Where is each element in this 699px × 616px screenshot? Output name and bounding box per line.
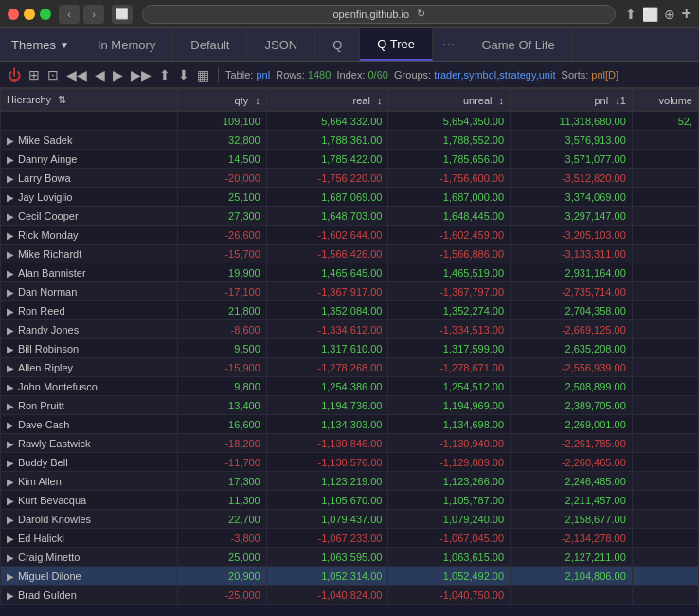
table-row[interactable]: ▶Dave Cash16,6001,134,303.001,134,698.00…: [1, 415, 699, 434]
table-row[interactable]: ▶Mike Richardt-15,700-1,566,426.00-1,566…: [1, 245, 699, 263]
step-back-button[interactable]: ◀: [93, 67, 107, 82]
table-row[interactable]: ▶Kurt Bevacqua11,3001,105,670.001,105,78…: [1, 491, 699, 510]
close-dot[interactable]: [8, 9, 19, 20]
expand-arrow[interactable]: ▶: [7, 382, 14, 392]
table-row[interactable]: ▶Allen Ripley-15,900-1,278,268.00-1,278,…: [1, 358, 699, 377]
col-header-qty[interactable]: qty ↕: [178, 89, 267, 112]
expand-arrow[interactable]: ▶: [7, 325, 14, 335]
expand-arrow[interactable]: ▶: [7, 458, 14, 468]
cell-pnl: 2,104,806.00: [511, 567, 633, 586]
col-qty-sort-icon[interactable]: ↕: [255, 95, 260, 106]
col-hierarchy-sort[interactable]: ⇅: [58, 94, 66, 105]
expand-arrow[interactable]: ▶: [7, 534, 14, 544]
col-unreal-sort-icon[interactable]: ↕: [499, 95, 505, 106]
col-header-real[interactable]: real ↕: [266, 89, 388, 112]
cell-qty: 19,900: [178, 263, 267, 282]
expand-arrow[interactable]: ▶: [7, 553, 14, 563]
expand-arrow[interactable]: ▶: [7, 154, 14, 165]
table-row[interactable]: ▶Darold Knowles22,7001,079,437.001,079,2…: [1, 510, 699, 529]
expand-arrow[interactable]: ▶: [7, 439, 14, 449]
cell-pnl: 3,571,077.00: [511, 150, 633, 169]
table-row[interactable]: ▶Larry Bowa-20,000-1,756,220.00-1,756,60…: [1, 169, 699, 188]
power-button[interactable]: ⏻: [6, 67, 23, 82]
columns-button[interactable]: ⊞: [27, 67, 42, 82]
table-row[interactable]: ▶Alan Bannister19,9001,465,645.001,465,5…: [1, 263, 699, 282]
table-row[interactable]: ▶Danny Ainge14,5001,785,422.001,785,656.…: [1, 150, 699, 169]
table-row[interactable]: ▶Cecil Cooper27,3001,648,703.001,648,445…: [1, 207, 699, 226]
table-row[interactable]: ▶Dan Norman-17,100-1,367,917.00-1,367,79…: [1, 282, 699, 301]
col-header-volume[interactable]: volume: [632, 89, 698, 112]
tab-q-tree[interactable]: Q Tree: [360, 28, 433, 61]
table-row[interactable]: 109,1005,664,332.005,654,350.0011,318,68…: [1, 112, 699, 131]
sorts-label: Sorts:: [562, 69, 589, 81]
table-row[interactable]: ▶Ron Reed21,8001,352,084.001,352,274.002…: [1, 301, 699, 320]
table-row[interactable]: ▶John Montefusco9,8001,254,386.001,254,5…: [1, 377, 699, 396]
col-header-pnl[interactable]: pnl ↓1: [511, 89, 633, 112]
table-row[interactable]: ▶Craig Minetto25,0001,063,595.001,063,61…: [1, 548, 699, 567]
cell-qty: 11,300: [178, 491, 267, 510]
expand-arrow[interactable]: ▶: [7, 590, 14, 601]
expand-arrow[interactable]: ▶: [7, 287, 14, 298]
new-tab-icon[interactable]: +: [681, 4, 691, 24]
extensions-icon[interactable]: ⊕: [664, 7, 675, 22]
table-row[interactable]: ▶Mike Sadek32,8001,788,361.001,788,552.0…: [1, 131, 699, 150]
sort-desc-button[interactable]: ⬇: [176, 67, 191, 82]
col-real-sort-icon[interactable]: ↕: [377, 95, 383, 106]
table-row[interactable]: ▶Kim Allen17,3001,123,219.001,123,266.00…: [1, 472, 699, 491]
step-forward-button[interactable]: ▶: [111, 67, 125, 82]
col-pnl-sort-icon[interactable]: ↓1: [615, 95, 626, 106]
table-row[interactable]: ▶Randy Jones-8,600-1,334,612.00-1,334,51…: [1, 320, 699, 339]
expand-arrow[interactable]: ▶: [7, 477, 14, 487]
expand-arrow[interactable]: ▶: [7, 230, 14, 241]
tab-default[interactable]: Default: [173, 28, 247, 61]
expand-arrow[interactable]: ▶: [7, 211, 14, 222]
expand-arrow[interactable]: ▶: [7, 249, 14, 260]
tab-q[interactable]: Q: [315, 28, 360, 61]
table-row[interactable]: ▶Buddy Bell-11,700-1,130,576.00-1,129,88…: [1, 453, 699, 472]
expand-arrow[interactable]: ▶: [7, 496, 14, 506]
filter-button[interactable]: ⊡: [45, 67, 61, 82]
reload-icon[interactable]: ↻: [417, 8, 425, 20]
maximize-dot[interactable]: [40, 9, 51, 20]
col-header-hierarchy[interactable]: Hierarchy ⇅: [1, 89, 178, 112]
expand-arrow[interactable]: ▶: [7, 571, 14, 582]
expand-arrow[interactable]: ▶: [7, 401, 14, 411]
next-button[interactable]: ▶▶: [129, 67, 153, 82]
url-bar[interactable]: openfin.github.io ↻: [142, 5, 616, 24]
forward-button[interactable]: ›: [83, 5, 104, 24]
themes-label: Themes: [11, 38, 56, 52]
cell-qty: -8,600: [178, 320, 267, 339]
expand-arrow[interactable]: ▶: [7, 420, 14, 430]
table-row[interactable]: ▶Ed Halicki-3,800-1,067,233.00-1,067,045…: [1, 529, 699, 548]
expand-arrow[interactable]: ▶: [7, 515, 14, 525]
expand-arrow[interactable]: ▶: [7, 192, 14, 203]
table-row[interactable]: ▶Rick Monday-26,600-1,602,644.00-1,602,4…: [1, 226, 699, 245]
expand-arrow[interactable]: ▶: [7, 306, 14, 317]
table-row[interactable]: ▶Rawly Eastwick-18,200-1,130,846.00-1,13…: [1, 434, 699, 453]
expand-arrow[interactable]: ▶: [7, 136, 14, 146]
expand-arrow[interactable]: ▶: [7, 344, 14, 354]
share-icon[interactable]: ⬆: [625, 7, 636, 22]
expand-arrow[interactable]: ▶: [7, 363, 14, 373]
tab-game-of-life[interactable]: Game Of Life: [464, 28, 572, 61]
prev-button[interactable]: ◀◀: [64, 67, 89, 82]
sort-asc-button[interactable]: ⬆: [157, 67, 172, 82]
table-row[interactable]: ▶Miguel Dilone20,9001,052,314.001,052,49…: [1, 567, 699, 586]
window-size-button[interactable]: ⬜: [112, 5, 133, 24]
themes-button[interactable]: Themes ▼: [0, 28, 81, 61]
cell-pnl: 3,297,147.00: [511, 207, 633, 226]
table-row[interactable]: ▶Brad Gulden-25,000-1,040,824.00-1,040,7…: [1, 586, 699, 605]
back-button[interactable]: ‹: [59, 5, 80, 24]
bookmark-icon[interactable]: ⬜: [642, 7, 658, 22]
table-row[interactable]: ▶Ron Pruitt13,4001,194,736.001,194,969.0…: [1, 396, 699, 415]
table-row[interactable]: ▶Jay Loviglio25,1001,687,069.001,687,000…: [1, 188, 699, 207]
grid-button[interactable]: ▦: [195, 67, 211, 82]
tab-in-memory[interactable]: In Memory: [81, 28, 173, 61]
table-row[interactable]: ▶Bill Robinson9,5001,317,610.001,317,599…: [1, 339, 699, 358]
tab-json[interactable]: JSON: [247, 28, 315, 61]
minimize-dot[interactable]: [24, 9, 35, 20]
expand-arrow[interactable]: ▶: [7, 268, 14, 279]
col-header-unreal[interactable]: unreal ↕: [388, 89, 511, 112]
expand-arrow[interactable]: ▶: [7, 173, 14, 184]
tab-game-of-life-label: Game Of Life: [481, 38, 554, 52]
